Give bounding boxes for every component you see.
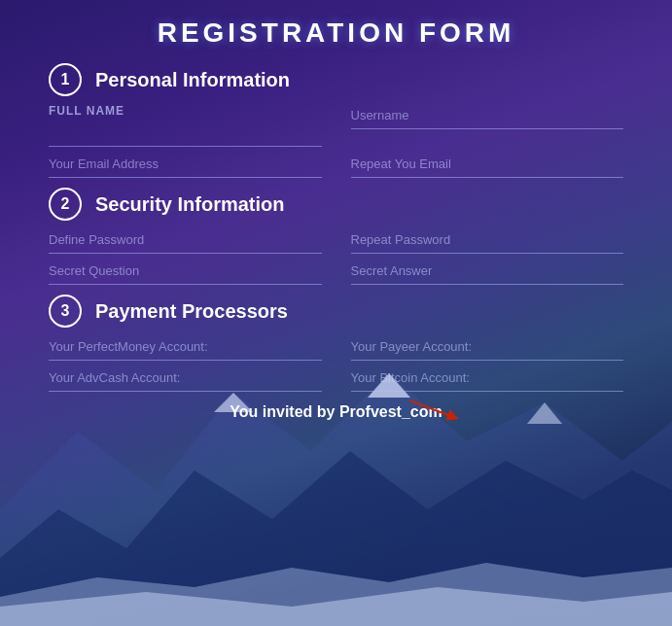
secret-question-input[interactable]: [49, 260, 322, 285]
payeer-group: [351, 335, 624, 361]
red-arrow-icon: [409, 396, 468, 429]
advcash-input[interactable]: [49, 366, 322, 392]
perfectmoney-group: [49, 335, 322, 361]
invited-section: You invited by Profvest_com: [49, 403, 623, 421]
repeat-email-input[interactable]: [351, 153, 624, 178]
form-content: REGISTRATION FORM 1 Personal Information…: [0, 0, 672, 421]
payment-processors-section: 3 Payment Processors: [49, 295, 623, 392]
password-group: [49, 228, 322, 254]
email-group: [49, 153, 322, 178]
repeat-email-group: [351, 153, 624, 178]
section-1-title: Personal Information: [95, 69, 290, 91]
payment-row-2: [49, 366, 623, 392]
repeat-password-input[interactable]: [351, 228, 624, 254]
email-input[interactable]: [49, 153, 322, 178]
section-2-number: 2: [49, 188, 82, 221]
fullname-input[interactable]: [49, 122, 322, 147]
fullname-label: FULL NAME: [49, 104, 322, 118]
username-input[interactable]: [351, 104, 624, 129]
secret-question-group: [49, 260, 322, 285]
repeat-password-group: [351, 228, 624, 254]
section-1-number: 1: [49, 63, 82, 96]
personal-information-section: 1 Personal Information FULL NAME: [49, 63, 623, 178]
username-group: [351, 104, 624, 147]
personal-row-1: FULL NAME: [49, 104, 623, 147]
payeer-input[interactable]: [351, 335, 624, 361]
svg-line-8: [409, 400, 453, 417]
page-title: REGISTRATION FORM: [49, 0, 623, 63]
bitcoin-input[interactable]: [351, 366, 624, 392]
section-3-title: Payment Processors: [95, 300, 288, 323]
section-2-title: Security Information: [95, 193, 284, 216]
section-2-header: 2 Security Information: [49, 188, 623, 221]
section-1-header: 1 Personal Information: [49, 63, 623, 96]
security-row-2: [49, 260, 623, 285]
security-row-1: [49, 228, 623, 254]
perfectmoney-input[interactable]: [49, 335, 322, 361]
secret-answer-input[interactable]: [351, 260, 624, 285]
bitcoin-group: [351, 366, 624, 392]
security-information-section: 2 Security Information: [49, 188, 623, 285]
section-3-number: 3: [49, 295, 82, 328]
secret-answer-group: [351, 260, 624, 285]
payment-row-1: [49, 335, 623, 361]
section-3-header: 3 Payment Processors: [49, 295, 623, 328]
fullname-group: FULL NAME: [49, 104, 322, 147]
password-input[interactable]: [49, 228, 322, 254]
advcash-group: [49, 366, 322, 392]
personal-row-2: [49, 153, 623, 178]
